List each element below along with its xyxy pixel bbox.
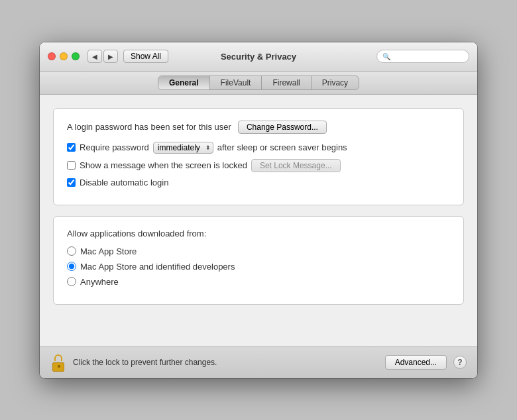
require-password-row: Require password immediately 5 seconds 1…: [67, 142, 450, 154]
tab-general[interactable]: General: [158, 76, 210, 89]
disable-autologin-row: Disable automatic login: [67, 178, 450, 187]
allow-apps-title: Allow applications downloaded from:: [67, 229, 450, 238]
tab-filevault[interactable]: FileVault: [210, 76, 262, 89]
search-box[interactable]: 🔍: [376, 50, 469, 63]
search-icon: 🔍: [382, 53, 390, 60]
lock-body: [52, 362, 64, 372]
show-message-row: Show a message when the screen is locked…: [67, 159, 450, 172]
allow-apps-section: Allow applications downloaded from: Mac …: [53, 216, 464, 305]
bottombar: Click the lock to prevent further change…: [40, 346, 477, 378]
window-title: Security & Privacy: [221, 52, 296, 62]
lock-text: Click the lock to prevent further change…: [73, 358, 378, 367]
anywhere-row: Anywhere: [67, 277, 450, 287]
maximize-button[interactable]: [72, 52, 80, 60]
tab-privacy[interactable]: Privacy: [312, 76, 359, 89]
mac-app-store-devs-row: Mac App Store and identified developers: [67, 262, 450, 272]
password-timing-wrapper: immediately 5 seconds 1 minute 5 minutes…: [153, 142, 213, 154]
change-password-button[interactable]: Change Password...: [238, 121, 327, 134]
show-message-label: Show a message when the screen is locked: [80, 160, 247, 170]
mac-app-store-developers-radio[interactable]: [67, 262, 76, 271]
disable-autologin-label: Disable automatic login: [80, 178, 168, 187]
password-timing-dropdown[interactable]: immediately 5 seconds 1 minute 5 minutes…: [153, 142, 213, 154]
lock-keyhole: [58, 365, 60, 368]
login-password-text: A login password has been set for this u…: [67, 122, 231, 132]
login-section: A login password has been set for this u…: [53, 108, 464, 205]
mac-app-store-row: Mac App Store: [67, 246, 450, 256]
tabs-toolbar: General FileVault Firewall Privacy: [40, 72, 477, 95]
show-all-button[interactable]: Show All: [123, 50, 168, 63]
back-button[interactable]: ◀: [87, 50, 102, 63]
main-content: A login password has been set for this u…: [40, 95, 477, 346]
require-password-checkbox[interactable]: [67, 143, 76, 152]
search-input[interactable]: [393, 52, 463, 61]
close-button[interactable]: [48, 52, 56, 60]
nav-buttons: ◀ ▶: [87, 50, 118, 63]
anywhere-label: Anywhere: [80, 277, 119, 287]
tab-firewall[interactable]: Firewall: [262, 76, 311, 89]
traffic-lights: [48, 52, 80, 60]
disable-autologin-checkbox[interactable]: [67, 178, 76, 187]
security-privacy-window: ◀ ▶ Show All Security & Privacy 🔍 Genera…: [40, 42, 477, 378]
anywhere-radio[interactable]: [67, 277, 76, 286]
forward-button[interactable]: ▶: [103, 50, 118, 63]
tabs-container: General FileVault Firewall Privacy: [158, 76, 359, 90]
show-message-checkbox[interactable]: [67, 161, 76, 170]
titlebar: ◀ ▶ Show All Security & Privacy 🔍: [40, 42, 477, 72]
mac-app-store-developers-label: Mac App Store and identified developers: [80, 262, 235, 272]
after-sleep-text: after sleep or screen saver begins: [217, 142, 347, 152]
mac-app-store-radio[interactable]: [67, 246, 76, 256]
login-password-row: A login password has been set for this u…: [67, 121, 450, 134]
mac-app-store-label: Mac App Store: [80, 246, 137, 256]
help-button[interactable]: ?: [453, 356, 467, 369]
minimize-button[interactable]: [60, 52, 68, 60]
set-lock-message-button[interactable]: Set Lock Message...: [251, 159, 341, 172]
lock-shackle: [54, 354, 62, 361]
advanced-button[interactable]: Advanced...: [385, 355, 447, 370]
require-password-label: Require password: [80, 142, 149, 152]
lock-icon[interactable]: [50, 353, 66, 372]
